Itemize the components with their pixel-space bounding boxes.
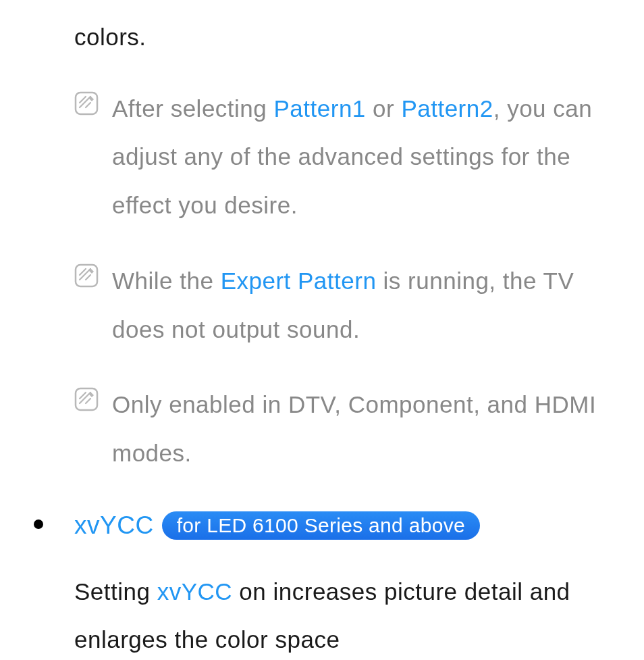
note-text: After selecting Pattern1 or Pattern2, yo… xyxy=(112,84,617,230)
highlight-pattern2: Pattern2 xyxy=(401,95,493,122)
svg-rect-1 xyxy=(76,265,97,286)
section-title-xvycc: xvYCC xyxy=(74,505,154,547)
highlight-pattern1: Pattern1 xyxy=(274,95,366,122)
note-item: After selecting Pattern1 or Pattern2, yo… xyxy=(74,84,617,230)
section-body: Setting xvYCC on increases picture detai… xyxy=(74,567,617,660)
note-list: After selecting Pattern1 or Pattern2, yo… xyxy=(74,84,617,478)
highlight-expert-pattern: Expert Pattern xyxy=(221,268,377,294)
bullet-content: xvYCC for LED 6100 Series and above xyxy=(74,505,617,547)
bullet-marker xyxy=(34,519,43,529)
model-pill: for LED 6100 Series and above xyxy=(162,511,480,540)
svg-rect-0 xyxy=(76,93,97,114)
svg-rect-2 xyxy=(76,388,97,410)
note-item: While the Expert Pattern is running, the… xyxy=(74,257,617,354)
fragment-text-top: colors. xyxy=(74,17,617,57)
note-item: Only enabled in DTV, Component, and HDMI… xyxy=(74,380,617,478)
section-heading: xvYCC for LED 6100 Series and above xyxy=(74,505,617,547)
bullet-section: xvYCC for LED 6100 Series and above xyxy=(27,505,617,547)
note-icon xyxy=(74,263,99,288)
note-text: While the Expert Pattern is running, the… xyxy=(112,257,617,354)
note-icon xyxy=(74,91,99,116)
note-icon xyxy=(74,387,99,411)
highlight-xvycc-inline: xvYCC xyxy=(157,578,232,605)
page-content: colors. After selecting Pattern1 or Patt… xyxy=(0,0,644,660)
note-text: Only enabled in DTV, Component, and HDMI… xyxy=(112,380,617,478)
